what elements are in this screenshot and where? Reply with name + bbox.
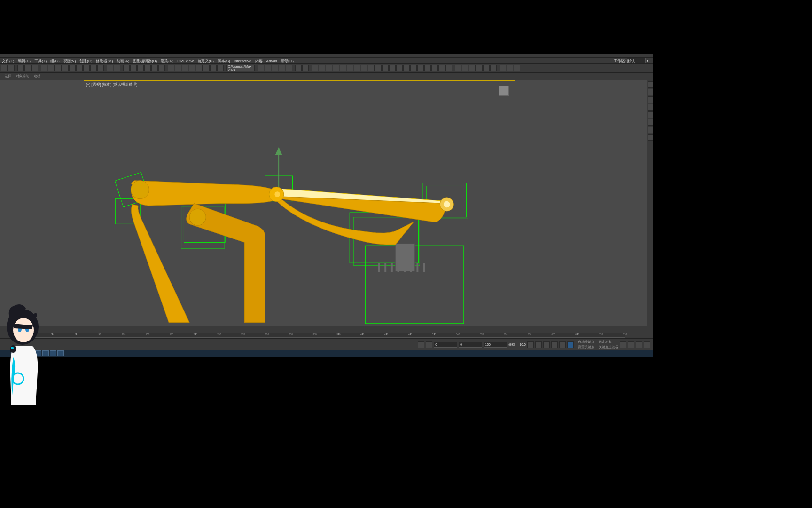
ribbon-tab[interactable]: 对象绘制 — [16, 74, 29, 79]
chevron-down-icon[interactable]: ▾ — [647, 59, 648, 63]
next-frame-icon[interactable] — [551, 341, 558, 348]
range-end-field[interactable] — [484, 342, 507, 348]
workspace-input[interactable] — [627, 58, 646, 64]
scale-icon[interactable] — [90, 65, 97, 71]
rotate-icon[interactable] — [83, 65, 90, 71]
tool-icon[interactable] — [507, 65, 513, 71]
schematic-icon[interactable] — [210, 65, 217, 71]
panel-tab-icon[interactable] — [648, 119, 653, 126]
tool-icon[interactable] — [469, 65, 476, 71]
menu-interactive[interactable]: Interactive — [234, 59, 251, 63]
mirror-icon[interactable] — [175, 65, 181, 71]
menu-u[interactable]: 自定义(U) — [197, 58, 214, 64]
tool-icon[interactable] — [500, 65, 506, 71]
mru-dropdown[interactable]: C:\Users\...\Max 2024 — [226, 65, 255, 71]
tool-icon[interactable] — [333, 65, 339, 71]
select-region-icon[interactable] — [62, 65, 69, 71]
tool-icon[interactable] — [462, 65, 468, 71]
move-icon[interactable] — [76, 65, 83, 71]
menu-e[interactable]: 编辑(E) — [18, 58, 31, 64]
panel-tab-icon[interactable] — [648, 104, 653, 111]
viewcube[interactable] — [499, 86, 509, 96]
taskbar-item[interactable] — [50, 350, 56, 356]
setkey-label[interactable]: 设置关键点 — [578, 345, 594, 349]
select-icon[interactable] — [48, 65, 55, 71]
menu-[interactable]: 内容 — [255, 58, 263, 64]
menu-d[interactable]: 图形编辑器(D) — [133, 58, 157, 64]
tool-icon[interactable] — [403, 65, 410, 71]
tool-icon[interactable] — [368, 65, 375, 71]
tool-icon[interactable] — [375, 65, 382, 71]
panel-tab-icon[interactable] — [648, 134, 653, 141]
command-panel[interactable] — [647, 80, 653, 326]
select-filter[interactable] — [41, 65, 47, 71]
set-key-button[interactable] — [567, 341, 574, 348]
tool-icon[interactable] — [326, 65, 332, 71]
link-icon[interactable] — [17, 65, 24, 71]
viewport-perspective[interactable]: [+] [透视] [标准] [默认明暗处理] — [84, 80, 515, 326]
tool-icon[interactable] — [312, 65, 318, 71]
menu-f[interactable]: 文件(F) — [2, 58, 14, 64]
range-start-field[interactable] — [459, 342, 482, 348]
viewport-label[interactable]: [+] [透视] [标准] [默认明暗处理] — [86, 82, 137, 87]
panel-tab-icon[interactable] — [648, 89, 653, 95]
tool-icon[interactable] — [319, 65, 325, 71]
tool-icon[interactable] — [490, 65, 497, 71]
tool-icon[interactable] — [483, 65, 490, 71]
panel-tab-icon[interactable] — [648, 96, 653, 103]
snap-angle-icon[interactable] — [144, 65, 151, 71]
timeline-track[interactable]: 0306090120150180210240270300330360390420… — [28, 333, 625, 338]
select-manip-icon[interactable] — [123, 65, 130, 71]
tool-icon[interactable] — [424, 65, 431, 71]
render-frame-icon[interactable] — [265, 65, 271, 71]
tool-icon[interactable] — [410, 65, 417, 71]
keyboard-icon[interactable] — [130, 65, 137, 71]
autokey-label[interactable]: 自动关键点 — [578, 340, 594, 344]
tool-icon[interactable] — [295, 65, 302, 71]
selected-label[interactable]: 选定对象 — [599, 340, 618, 344]
menu-civilview[interactable]: Civil View — [177, 59, 194, 63]
taskbar-item[interactable] — [57, 350, 64, 356]
window-crossing-icon[interactable] — [69, 65, 76, 71]
layers-icon[interactable] — [189, 65, 195, 71]
tool-icon[interactable] — [361, 65, 367, 71]
windows-taskbar[interactable] — [0, 350, 653, 357]
panel-tab-icon[interactable] — [648, 127, 653, 133]
workspace-selector[interactable]: 工作区: ▾ — [614, 58, 648, 64]
play-icon[interactable] — [543, 341, 550, 348]
menu-arnold[interactable]: Arnold — [266, 59, 277, 63]
unlink-icon[interactable] — [24, 65, 31, 71]
timeline[interactable]: 0306090120150180210240270300330360390420… — [0, 332, 653, 338]
placement-icon[interactable] — [97, 65, 104, 71]
lock-icon[interactable] — [426, 341, 432, 348]
spinner-snap-icon[interactable] — [158, 65, 165, 71]
tool-icon[interactable] — [455, 65, 461, 71]
panel-tab-icon[interactable] — [648, 111, 653, 118]
prev-frame-icon[interactable] — [535, 341, 542, 348]
goto-end-icon[interactable] — [559, 341, 566, 348]
menu-r[interactable]: 渲染(R) — [161, 58, 173, 64]
select-name-icon[interactable] — [55, 65, 62, 71]
maxscript-icon[interactable] — [418, 341, 424, 348]
tool-icon[interactable] — [354, 65, 360, 71]
pan-icon[interactable] — [620, 341, 626, 348]
curve-editor-icon[interactable] — [203, 65, 210, 71]
ribbon-tab[interactable]: 选择 — [5, 74, 11, 79]
tool-icon[interactable] — [340, 65, 346, 71]
menu-v[interactable]: 视图(V) — [63, 58, 76, 64]
tool-icon[interactable] — [431, 65, 438, 71]
menu-a[interactable]: 动画(A) — [117, 58, 129, 64]
named-sel[interactable] — [168, 65, 174, 71]
menu-s[interactable]: 脚本(S) — [218, 58, 230, 64]
tool-icon[interactable] — [396, 65, 403, 71]
tool-icon[interactable] — [476, 65, 483, 71]
tool-icon[interactable] — [417, 65, 424, 71]
render-iterative-icon[interactable] — [279, 65, 285, 71]
tool-icon[interactable] — [438, 65, 445, 71]
menu-h[interactable]: 帮助(H) — [281, 58, 294, 64]
snap-2d-icon[interactable] — [137, 65, 144, 71]
tool-icon[interactable] — [302, 65, 309, 71]
tool-icon[interactable] — [514, 65, 520, 71]
render-activeview-icon[interactable] — [286, 65, 292, 71]
maximize-icon[interactable] — [644, 341, 650, 348]
